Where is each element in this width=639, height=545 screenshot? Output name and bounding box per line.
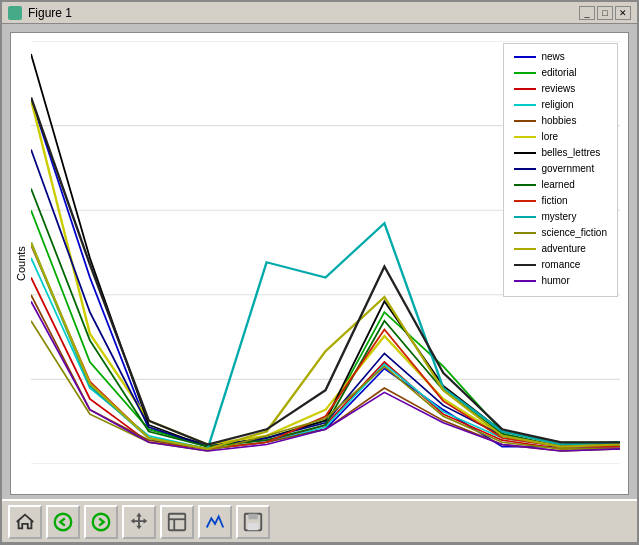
legend-label-religion: religion [541,98,573,112]
legend-color-news [514,56,536,58]
legend-color-humor [514,280,536,282]
legend-label-romance: romance [541,258,580,272]
legend-item-romance: romance [514,258,607,272]
legend-item-mystery: mystery [514,210,607,224]
save-button[interactable] [236,505,270,539]
y-axis-label: Counts [11,33,31,494]
svg-rect-28 [248,513,257,519]
app-icon [8,6,22,20]
legend-item-religion: religion [514,98,607,112]
legend-color-fiction [514,200,536,202]
legend-label-learned: learned [541,178,574,192]
zoom-button[interactable] [198,505,232,539]
window-title: Figure 1 [28,6,573,20]
chart-legend: news editorial reviews religion [503,43,618,297]
legend-label-humor: humor [541,274,569,288]
legend-item-lore: lore [514,130,607,144]
minimize-button[interactable]: _ [579,6,595,20]
legend-item-hobbies: hobbies [514,114,607,128]
legend-label-news: news [541,50,564,64]
legend-color-lore [514,136,536,138]
legend-label-editorial: editorial [541,66,576,80]
legend-item-government: government [514,162,607,176]
legend-item-science-fiction: science_fiction [514,226,607,240]
legend-label-mystery: mystery [541,210,576,224]
legend-label-lore: lore [541,130,558,144]
legend-color-belles-lettres [514,152,536,154]
legend-color-religion [514,104,536,106]
legend-color-editorial [514,72,536,74]
svg-rect-24 [169,513,186,530]
chart-area: Counts 0 50 100 150 [2,24,637,499]
legend-item-learned: learned [514,178,607,192]
svg-rect-29 [248,522,259,529]
legend-item-humor: humor [514,274,607,288]
legend-label-adventure: adventure [541,242,585,256]
legend-item-belles-lettres: belles_lettres [514,146,607,160]
legend-color-adventure [514,248,536,250]
home-button[interactable] [8,505,42,539]
legend-label-government: government [541,162,594,176]
close-button[interactable]: ✕ [615,6,631,20]
edit-button[interactable] [160,505,194,539]
window-controls: _ □ ✕ [579,6,631,20]
legend-item-reviews: reviews [514,82,607,96]
legend-item-fiction: fiction [514,194,607,208]
pan-button[interactable] [122,505,156,539]
svg-point-22 [55,513,72,530]
toolbar [2,499,637,543]
svg-point-23 [93,513,110,530]
main-content: Counts 0 50 100 150 [2,24,637,543]
legend-color-hobbies [514,120,536,122]
chart-container: Counts 0 50 100 150 [10,32,629,495]
legend-label-fiction: fiction [541,194,567,208]
legend-color-science-fiction [514,232,536,234]
forward-button[interactable] [84,505,118,539]
chart-inner: 0 50 100 150 200 250 man father floor ys… [31,33,628,494]
legend-color-romance [514,264,536,266]
title-bar: Figure 1 _ □ ✕ [2,2,637,24]
back-button[interactable] [46,505,80,539]
maximize-button[interactable]: □ [597,6,613,20]
legend-label-science-fiction: science_fiction [541,226,607,240]
legend-color-learned [514,184,536,186]
window: Figure 1 _ □ ✕ Counts [0,0,639,545]
legend-label-belles-lettres: belles_lettres [541,146,600,160]
legend-color-government [514,168,536,170]
legend-label-hobbies: hobbies [541,114,576,128]
legend-item-editorial: editorial [514,66,607,80]
legend-color-mystery [514,216,536,218]
legend-label-reviews: reviews [541,82,575,96]
legend-item-adventure: adventure [514,242,607,256]
legend-color-reviews [514,88,536,90]
legend-item-news: news [514,50,607,64]
